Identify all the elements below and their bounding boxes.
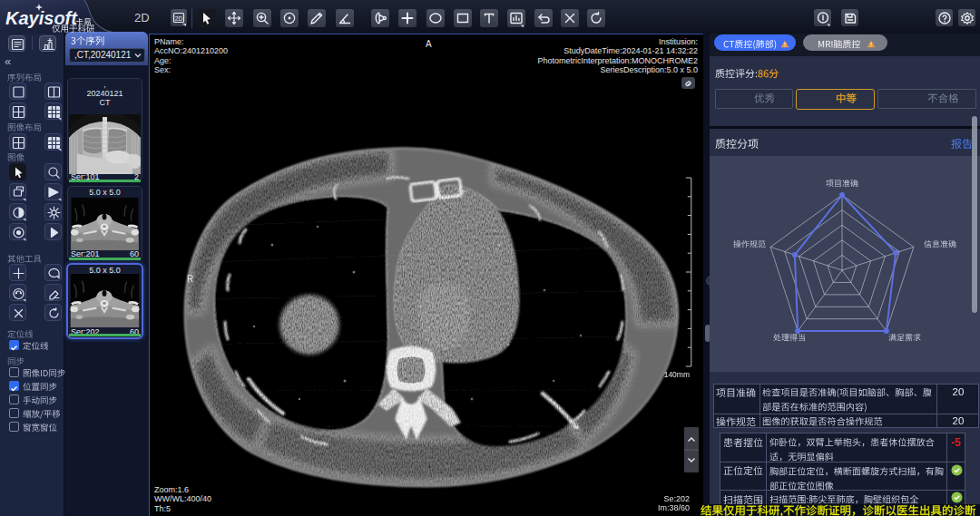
- svg-text:2D: 2D: [175, 15, 183, 22]
